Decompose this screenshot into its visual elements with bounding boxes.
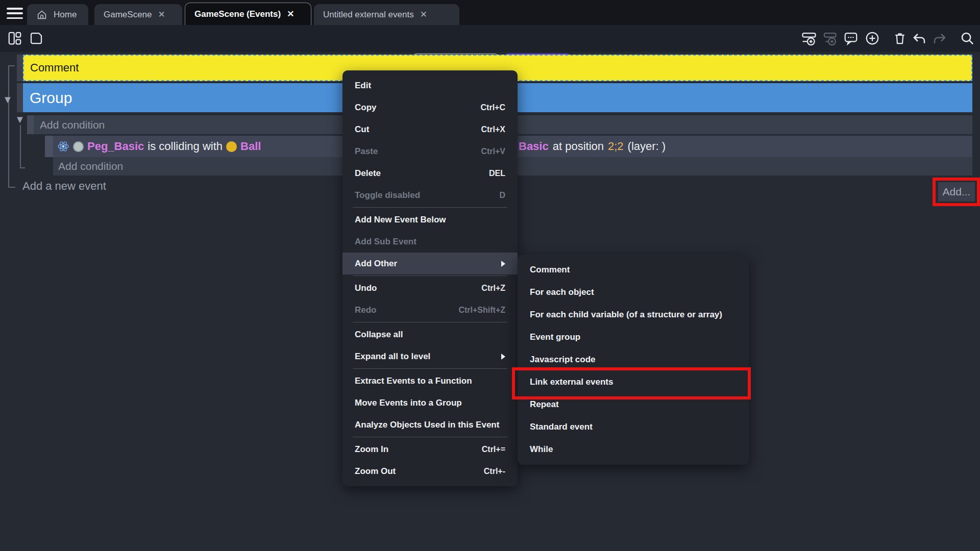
tree-line xyxy=(20,167,25,168)
submenu-item-while[interactable]: While xyxy=(518,438,749,461)
event-drag-handle[interactable] xyxy=(17,83,23,112)
menu-item-move-events-into-group[interactable]: Move Events into a Group xyxy=(342,392,518,414)
condition-object-2: Ball xyxy=(240,140,261,153)
menu-item-toggle-disabled: Toggle disabledD xyxy=(342,184,518,206)
add-comment-icon[interactable] xyxy=(843,31,859,46)
peg-basic-object-icon xyxy=(73,141,84,152)
menu-item-zoom-in[interactable]: Zoom InCtrl+= xyxy=(342,438,518,460)
tab-home-label: Home xyxy=(54,10,77,20)
redo-icon xyxy=(932,31,947,46)
group-event-text: Group xyxy=(23,89,72,107)
tab-bar: Home GameScene ✕ GameScene (Events) ✕ Un… xyxy=(0,0,980,25)
menu-item-copy[interactable]: CopyCtrl+C xyxy=(342,96,518,118)
tree-line xyxy=(8,65,15,66)
tab-gamescene[interactable]: GameScene ✕ xyxy=(94,4,182,25)
physics-behavior-icon xyxy=(57,140,69,153)
menu-item-collapse-all[interactable]: Collapse all xyxy=(342,323,518,345)
action-object-fragment: Basic xyxy=(519,140,549,153)
ball-object-icon xyxy=(226,141,237,152)
submenu-item-event-group[interactable]: Event group xyxy=(518,326,749,348)
menu-item-cut[interactable]: CutCtrl+X xyxy=(342,118,518,140)
submenu-arrow-icon xyxy=(501,261,505,267)
editor-layout-icon[interactable] xyxy=(7,31,22,46)
menu-divider xyxy=(353,437,507,437)
action-position-value: 2;2 xyxy=(608,140,624,153)
menu-divider xyxy=(353,368,507,369)
collapse-arrow-icon[interactable]: ▼ xyxy=(15,114,25,124)
action-layer-text: (layer: ) xyxy=(628,140,666,153)
menu-item-add-other[interactable]: Add Other xyxy=(342,253,518,274)
main-menu-icon[interactable] xyxy=(7,8,23,19)
menu-divider xyxy=(353,322,507,322)
submenu-item-comment[interactable]: Comment xyxy=(518,259,749,281)
add-condition-link[interactable]: Add condition xyxy=(53,160,123,172)
menu-item-zoom-out[interactable]: Zoom OutCtrl+- xyxy=(342,460,518,482)
comment-event-text: Comment xyxy=(23,61,79,74)
submenu-arrow-icon xyxy=(501,354,505,360)
submenu-item-javascript-code[interactable]: Javascript code xyxy=(518,348,749,371)
home-icon xyxy=(36,9,47,20)
menu-item-edit[interactable]: Edit xyxy=(342,74,518,96)
tab-gamescene-events-label: GameScene (Events) xyxy=(194,9,281,19)
menu-item-delete[interactable]: DeleteDEL xyxy=(342,162,518,184)
event-drag-handle[interactable] xyxy=(17,55,23,81)
event-drag-handle[interactable] xyxy=(27,115,34,134)
menu-divider xyxy=(353,207,507,208)
add-sub-event-icon xyxy=(822,31,837,46)
menu-item-add-sub-event: Add Sub Event xyxy=(342,231,518,253)
submenu-item-standard-event[interactable]: Standard event xyxy=(518,416,749,438)
context-menu: Edit CopyCtrl+C CutCtrl+X PasteCtrl+V De… xyxy=(342,70,518,486)
submenu-item-link-external-events[interactable]: Link external events xyxy=(518,371,749,393)
action-row[interactable]: Basic at position 2;2 (layer: ) xyxy=(519,136,666,157)
add-button[interactable]: Add... xyxy=(938,182,975,202)
add-event-icon[interactable] xyxy=(801,31,817,46)
tab-gamescene-events[interactable]: GameScene (Events) ✕ xyxy=(185,3,311,25)
collapse-arrow-icon[interactable]: ▼ xyxy=(3,94,13,105)
tab-untitled-external-events-label: Untitled external events xyxy=(323,10,414,20)
tree-line xyxy=(20,125,21,168)
tree-line xyxy=(8,65,9,188)
tab-untitled-external-events[interactable]: Untitled external events ✕ xyxy=(314,4,459,25)
add-other-submenu: Comment For each object For each child v… xyxy=(518,255,749,465)
close-icon[interactable]: ✕ xyxy=(287,10,294,18)
menu-item-analyze-objects[interactable]: Analyze Objects Used in this Event xyxy=(342,414,518,436)
menu-item-add-new-event-below[interactable]: Add New Event Below xyxy=(342,209,518,231)
tab-gamescene-label: GameScene xyxy=(104,10,152,20)
search-icon[interactable] xyxy=(960,31,975,46)
condition-text: is colliding with xyxy=(148,140,223,153)
close-icon[interactable]: ✕ xyxy=(158,10,165,19)
save-icon[interactable] xyxy=(29,31,44,46)
menu-item-extract-events-to-function[interactable]: Extract Events to a Function xyxy=(342,370,518,392)
menu-item-paste: PasteCtrl+V xyxy=(342,140,518,162)
action-text: at position xyxy=(553,140,604,153)
submenu-item-for-each-object[interactable]: For each object xyxy=(518,281,749,304)
add-new-event-link[interactable]: Add a new event xyxy=(22,180,106,193)
toolbar: Preview Publish xyxy=(0,25,980,52)
undo-icon[interactable] xyxy=(912,31,927,46)
trash-icon[interactable] xyxy=(892,31,908,46)
add-condition-link[interactable]: Add condition xyxy=(34,119,105,131)
menu-divider xyxy=(353,276,507,276)
menu-item-undo[interactable]: UndoCtrl+Z xyxy=(342,277,518,299)
submenu-item-repeat[interactable]: Repeat xyxy=(518,393,749,416)
submenu-item-for-each-child-variable[interactable]: For each child variable (of a structure … xyxy=(518,304,749,326)
tab-home[interactable]: Home xyxy=(27,4,88,25)
close-icon[interactable]: ✕ xyxy=(420,10,427,19)
event-drag-handle[interactable] xyxy=(45,136,53,157)
condition-object-1: Peg_Basic xyxy=(87,140,144,153)
tree-line xyxy=(8,187,15,188)
add-circle-icon[interactable] xyxy=(865,31,880,46)
menu-item-redo: RedoCtrl+Shift+Z xyxy=(342,299,518,321)
menu-item-expand-all-to-level[interactable]: Expand all to level xyxy=(342,345,518,367)
